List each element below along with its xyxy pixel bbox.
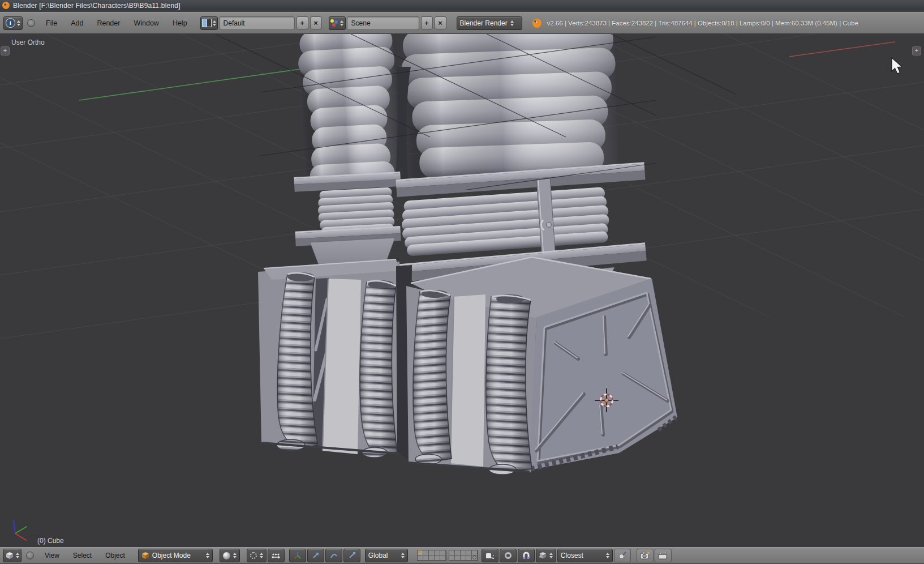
pivot-icon: [250, 552, 257, 559]
collapse-menus-button[interactable]: [27, 19, 35, 27]
menu-file[interactable]: File: [40, 19, 63, 27]
proportional-edit-dropdown[interactable]: [500, 549, 517, 562]
mouse-cursor: [892, 58, 902, 74]
camera-icon: [640, 552, 650, 559]
blender-logo-icon: [2, 2, 10, 9]
scale-manipulator-button[interactable]: [343, 549, 360, 562]
pivot-point-dropdown[interactable]: [247, 549, 267, 562]
clapperboard-icon: [658, 552, 668, 559]
snap-element-dropdown[interactable]: [536, 549, 556, 562]
scene-lock-icon: [485, 552, 494, 559]
snap-target-dropdown[interactable]: Closest: [557, 549, 613, 562]
scene-icon: [330, 19, 339, 27]
right-foot-belt-inner: [486, 294, 532, 475]
screen-layout-icon: [202, 19, 212, 27]
rotate-manipulator-button[interactable]: [325, 549, 342, 562]
translate-arrow-icon: [312, 552, 320, 559]
scene-statistics: v2.66 | Verts:243873 | Faces:243822 | Tr…: [547, 20, 858, 27]
align-rotation-icon: [618, 552, 626, 559]
grid-axis-x-red: [789, 42, 895, 57]
snap-toggle-button[interactable]: [518, 549, 535, 562]
screen-layout-browse-button[interactable]: [200, 16, 218, 30]
add-screen-layout-button[interactable]: +: [296, 16, 308, 29]
manipulator-toggle-button[interactable]: [289, 549, 306, 562]
scene-browse-button[interactable]: [329, 16, 346, 30]
render-engine-dropdown[interactable]: Blender Render: [457, 16, 522, 30]
scale-icon: [348, 552, 356, 559]
view3d-header: View Select Object Object Mode: [0, 547, 924, 564]
right-foot-belt-outer: [413, 290, 452, 464]
delete-screen-layout-button[interactable]: ×: [310, 16, 322, 29]
view-name-label: User Ortho: [11, 39, 45, 46]
screen-layout-name-field[interactable]: Default: [219, 16, 295, 30]
add-scene-button[interactable]: +: [421, 16, 433, 29]
menu-render[interactable]: Render: [91, 19, 126, 27]
object-mode-cube-icon: [141, 552, 149, 559]
layers-widget[interactable]: [417, 550, 478, 561]
collapse-menus-button-3dview[interactable]: [26, 552, 34, 559]
mini-axis-gizmo: [14, 521, 27, 540]
opengl-render-animation-button[interactable]: [655, 549, 672, 562]
opengl-render-image-button[interactable]: [637, 549, 654, 562]
scene-name-field[interactable]: Scene: [347, 16, 419, 30]
lock-to-scene-button[interactable]: [482, 549, 498, 562]
right-ankle-bellows: [400, 187, 611, 257]
3d-viewport[interactable]: User Ortho (0) Cube + +: [0, 34, 924, 547]
menu-help[interactable]: Help: [166, 19, 194, 27]
manipulate-center-points-toggle[interactable]: [268, 549, 285, 562]
left-foot-belt-inner: [360, 280, 397, 458]
grid-axis-y-green: [79, 68, 308, 100]
axis-tripod-icon: [294, 552, 302, 559]
3d-view-editor-icon: [5, 552, 14, 559]
menu-view[interactable]: View: [38, 552, 66, 559]
magnet-icon: [522, 552, 530, 559]
proportional-edit-icon: [505, 552, 512, 559]
snap-align-rotation-button[interactable]: [614, 549, 631, 562]
delete-scene-button[interactable]: ×: [435, 16, 446, 29]
center-points-icon: [272, 553, 280, 559]
toolshelf-expand-button[interactable]: +: [1, 46, 10, 55]
layer-group-2[interactable]: [449, 550, 478, 561]
blender-logo-icon-small: [532, 19, 541, 28]
window-title: Blender [F:\Blender Files\Characters\B9\…: [13, 2, 180, 10]
left-tread-foot: [258, 259, 406, 458]
menu-add[interactable]: Add: [65, 19, 89, 27]
viewport-canvas: [0, 34, 924, 547]
menu-window[interactable]: Window: [127, 19, 165, 27]
left-foot-front-panel: [323, 279, 361, 454]
mode-dropdown[interactable]: Object Mode: [138, 549, 213, 562]
properties-shelf-expand-button[interactable]: +: [912, 46, 921, 55]
robot-model: [215, 34, 736, 475]
editor-type-selector-3dview[interactable]: [3, 549, 22, 562]
layer-group-1[interactable]: [417, 550, 446, 561]
layer-cell-with-objects[interactable]: [472, 556, 478, 561]
editor-type-selector-info[interactable]: i: [3, 16, 23, 30]
editor-type-stepper[interactable]: [17, 20, 20, 26]
active-object-label: (0) Cube: [37, 537, 64, 545]
title-bar: Blender [F:\Blender Files\Characters\B9\…: [0, 0, 924, 11]
info-header: i File Add Render Window Help Default + …: [0, 12, 924, 34]
viewport-shading-dropdown[interactable]: [220, 549, 240, 562]
translate-manipulator-button[interactable]: [307, 549, 324, 562]
layer-cell[interactable]: [418, 550, 423, 556]
right-foot-front-panel: [450, 294, 485, 467]
snap-element-cube-icon: [539, 552, 547, 559]
left-leg-bellows: [296, 34, 401, 189]
menu-object[interactable]: Object: [99, 552, 131, 559]
menu-select[interactable]: Select: [67, 552, 98, 559]
right-tread-foot: [396, 256, 677, 475]
info-editor-icon: i: [6, 18, 15, 28]
shading-sphere-icon: [223, 552, 230, 559]
transform-orientation-dropdown[interactable]: Global: [365, 549, 408, 562]
blender-window: Blender [F:\Blender Files\Characters\B9\…: [0, 0, 924, 564]
rotate-arc-icon: [330, 552, 338, 559]
right-leg-bellows: [400, 34, 619, 179]
